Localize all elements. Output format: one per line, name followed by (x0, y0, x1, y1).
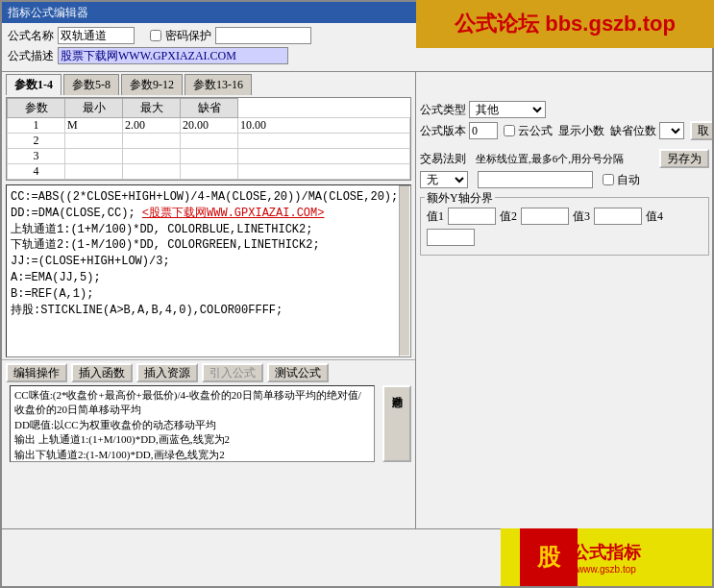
desc-label: 公式描述 (8, 48, 54, 64)
code-editor[interactable]: CC:=ABS((2*CLOSE+HIGH+LOW)/4-MA(CLOSE,20… (7, 185, 399, 356)
bottom-watermark-sub: www.gszb.top (577, 564, 636, 575)
trading-label: 交易法则 (420, 151, 466, 167)
val2-input[interactable] (521, 208, 569, 225)
param1-name[interactable] (67, 118, 120, 133)
val4-label: 值4 (646, 208, 663, 225)
code-editor-wrapper: CC:=ABS((2*CLOSE+HIGH+LOW)/4-MA(CLOSE,20… (6, 184, 411, 357)
insert-func-button[interactable]: 插入函数 (71, 363, 133, 382)
col-min: 最小 (65, 99, 123, 118)
code-scrollbar[interactable] (399, 185, 410, 356)
param1-default[interactable] (240, 118, 407, 133)
type-select[interactable]: 其他 (469, 101, 546, 118)
decimal-label: 显示小数 (558, 123, 604, 139)
tab-params-13-16[interactable]: 参数13-16 (185, 74, 252, 95)
auto-checkbox[interactable] (603, 174, 614, 185)
val4-input[interactable] (427, 229, 475, 246)
val2-label: 值2 (500, 208, 517, 225)
code-line-1: CC:=ABS((2*CLOSE+HIGH+LOW)/4-MA(CLOSE,20… (11, 189, 395, 206)
password-label: 密码保护 (165, 28, 211, 44)
password-input[interactable] (215, 27, 311, 44)
param3-name[interactable] (67, 149, 120, 163)
name-input[interactable] (58, 27, 135, 44)
pull-formula-button[interactable]: 引入公式 (202, 363, 263, 382)
param4-min[interactable] (125, 164, 178, 179)
table-row: 3 (8, 149, 410, 164)
status-line-1: CC咪值:(2*收盘价+最高价+最低价)/4-收盘价的20日简单移动平均的绝对值… (14, 388, 370, 418)
watermark-text: 公式论坛 bbs.gszb.top (455, 10, 676, 38)
param3-default[interactable] (240, 149, 407, 163)
col-max: 最大 (123, 99, 181, 118)
stock-icon: 股 (520, 528, 578, 586)
val3-label: 值3 (573, 208, 590, 225)
extra-y-label: 额外Y轴分界 (425, 190, 495, 207)
code-line-8: 持股:STICKLINE(A>B,A,B,4,0),COLOR00FFFF; (11, 303, 395, 319)
right-panel: 公式类型 其他 公式版本 云公式 显示小数 缺省位数 (415, 72, 712, 528)
code-line-6: A:=EMA(JJ,5); (11, 270, 395, 286)
tab-params-9-12[interactable]: 参数9-12 (121, 74, 183, 95)
name-label: 公式名称 (8, 28, 54, 44)
stock-char: 股 (537, 542, 560, 573)
code-line-3: 上轨通道1:(1+M/100)*DD, COLORBLUE,LINETHICK2… (11, 222, 395, 238)
param3-max[interactable] (183, 149, 235, 163)
param3-min[interactable] (125, 149, 178, 163)
code-line-4: 下轨通道2:(1-M/100)*DD, COLORGREEN,LINETHICK… (11, 237, 395, 254)
status-line-2: DD嗯值:以CC为权重收盘价的动态移动平均 (14, 418, 370, 432)
status-line-4: 输出下轨通道2:(1-M/100)*DD,画绿色,线宽为2 (14, 448, 370, 462)
param4-max[interactable] (183, 164, 235, 179)
desc-input[interactable] (58, 47, 288, 64)
auto-label: 自动 (617, 172, 640, 188)
table-row: 2 (8, 134, 410, 149)
edit-button[interactable]: 编辑操作 (6, 363, 67, 382)
decimal-select[interactable] (659, 122, 684, 139)
watermark-top: 公式论坛 bbs.gszb.top (416, 0, 714, 48)
coordinate-input[interactable] (478, 171, 593, 188)
val1-input[interactable] (448, 208, 496, 225)
version-label: 公式版本 (420, 123, 466, 139)
param2-default[interactable] (240, 134, 407, 148)
code-line-2: DD:=DMA(CLOSE,CC); <股票下载网WWW.GPXIAZAI.CO… (11, 206, 395, 222)
param1-min[interactable] (125, 118, 178, 133)
status-area: CC咪值:(2*收盘价+最高价+最低价)/4-收盘价的20日简单移动平均的绝对值… (10, 385, 375, 462)
param2-max[interactable] (183, 134, 235, 148)
code-line-5: JJ:=(CLOSE+HIGH+LOW)/3; (11, 254, 395, 270)
trading-select[interactable]: 无 (420, 171, 468, 188)
save-as-button[interactable]: 另存为 (659, 149, 709, 168)
code-line-7: B:=REF(A,1); (11, 286, 395, 303)
param2-min[interactable] (125, 134, 178, 148)
type-label: 公式类型 (420, 102, 466, 118)
param1-max[interactable] (183, 118, 235, 133)
tab-params-1-4[interactable]: 参数1-4 (6, 74, 62, 95)
cloud-label: 云公式 (518, 123, 553, 139)
version-input[interactable] (469, 122, 498, 139)
coordinate-label: 坐标线位置,最多6个,用分号分隔 (476, 152, 624, 166)
col-param: 参数 (8, 99, 65, 118)
params-table: 参数 最小 最大 缺省 1 (7, 98, 410, 180)
insert-res-button[interactable]: 插入资源 (136, 363, 198, 382)
password-checkbox[interactable] (150, 30, 161, 41)
bottom-toolbar: 编辑操作 插入函数 插入资源 引入公式 测试公式 (2, 359, 415, 385)
bottom-watermark-top: 公式指标 (572, 541, 641, 564)
tabs-area: 参数1-4 参数5-8 参数9-12 参数13-16 (2, 72, 415, 95)
title-label: 指标公式编辑器 (8, 5, 88, 21)
status-line-3: 输出 上轨通道1:(1+M/100)*DD,画蓝色,线宽为2 (14, 432, 370, 447)
param2-name[interactable] (67, 134, 120, 148)
tab-params-5-8[interactable]: 参数5-8 (63, 74, 119, 95)
col-default: 缺省 (181, 99, 238, 118)
val3-input[interactable] (594, 208, 642, 225)
val1-label: 值1 (427, 208, 444, 225)
param4-name[interactable] (67, 164, 120, 179)
default-label: 缺省位数 (610, 123, 656, 139)
translate-button[interactable]: 动态翻译 (382, 385, 411, 462)
test-formula-button[interactable]: 测试公式 (267, 363, 329, 382)
cancel-button[interactable]: 取 消 (690, 121, 712, 140)
param4-default[interactable] (240, 164, 407, 179)
table-row: 4 (8, 164, 410, 180)
cloud-checkbox[interactable] (504, 125, 515, 136)
table-row: 1 (8, 118, 410, 134)
